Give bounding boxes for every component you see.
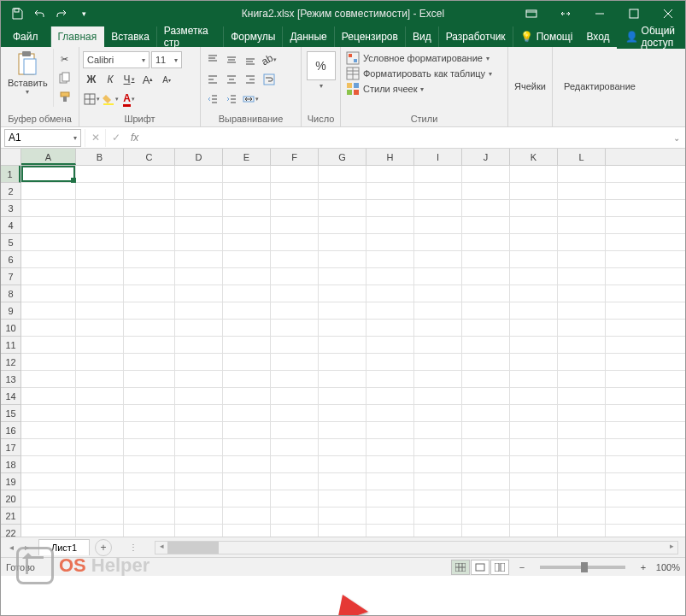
cell[interactable] (558, 337, 606, 354)
cell[interactable] (76, 439, 124, 456)
cell[interactable] (510, 525, 558, 537)
align-center-icon[interactable] (223, 71, 240, 88)
cell[interactable] (510, 388, 558, 405)
cell[interactable] (21, 337, 76, 354)
cell[interactable] (510, 200, 558, 217)
cell[interactable] (223, 234, 271, 251)
borders-icon[interactable] (83, 91, 100, 108)
cell[interactable] (414, 183, 462, 200)
cell[interactable] (319, 439, 366, 456)
cell[interactable] (223, 490, 271, 507)
cell[interactable] (414, 439, 462, 456)
column-header[interactable]: A (21, 149, 76, 165)
cell[interactable] (21, 507, 76, 525)
row-header[interactable]: 16 (1, 422, 21, 439)
cell[interactable] (558, 251, 606, 268)
cell[interactable] (510, 285, 558, 302)
cell[interactable] (76, 507, 124, 525)
cell[interactable] (558, 525, 606, 537)
column-header[interactable]: B (76, 149, 124, 165)
cell[interactable] (271, 302, 319, 320)
row-header[interactable]: 12 (1, 354, 21, 371)
cell[interactable] (414, 337, 462, 354)
cell[interactable] (462, 337, 510, 354)
column-header[interactable]: J (462, 149, 510, 165)
cell[interactable] (76, 473, 124, 490)
cell[interactable] (558, 371, 606, 388)
cell[interactable] (319, 268, 366, 285)
tab-file[interactable]: Файл (1, 26, 51, 47)
cell[interactable] (271, 439, 319, 456)
row-header[interactable]: 2 (1, 183, 21, 200)
cell[interactable] (223, 422, 271, 439)
cell[interactable] (21, 525, 76, 537)
cell[interactable] (124, 388, 175, 405)
cell[interactable] (462, 285, 510, 302)
row-header[interactable]: 4 (1, 217, 21, 234)
cell[interactable] (319, 337, 366, 354)
expand-formula-bar-icon[interactable]: ⌄ (668, 133, 685, 143)
scroll-right-icon[interactable]: ▸ (665, 542, 677, 554)
cell[interactable] (319, 166, 366, 183)
cell[interactable] (76, 285, 124, 302)
conditional-formatting-button[interactable]: Условное форматирование▾ (346, 51, 490, 65)
cell[interactable] (462, 320, 510, 337)
cell[interactable] (175, 234, 223, 251)
cell[interactable] (319, 217, 366, 234)
font-name-combo[interactable]: Calibri▾ (83, 51, 150, 68)
cell[interactable] (175, 490, 223, 507)
cells-button[interactable]: Ячейки (514, 81, 546, 91)
cell[interactable] (271, 251, 319, 268)
cell[interactable] (21, 217, 76, 234)
signin-button[interactable]: Вход (579, 31, 616, 43)
row-header[interactable]: 15 (1, 405, 21, 422)
cell[interactable] (124, 507, 175, 525)
cell[interactable] (558, 234, 606, 251)
cell[interactable] (76, 388, 124, 405)
cell[interactable] (366, 354, 414, 371)
cell[interactable] (76, 302, 124, 320)
paste-button[interactable]: Вставить ▾ (4, 49, 51, 97)
cell[interactable] (271, 371, 319, 388)
cell[interactable] (510, 354, 558, 371)
cell[interactable] (510, 473, 558, 490)
cell[interactable] (366, 200, 414, 217)
cell[interactable] (319, 285, 366, 302)
cell[interactable] (558, 183, 606, 200)
cell[interactable] (21, 490, 76, 507)
cell[interactable] (558, 217, 606, 234)
cell[interactable] (558, 268, 606, 285)
cell[interactable] (366, 371, 414, 388)
cell[interactable] (366, 251, 414, 268)
cell[interactable] (223, 525, 271, 537)
cell[interactable] (76, 251, 124, 268)
maximize-button[interactable] (617, 1, 651, 26)
cell[interactable] (271, 422, 319, 439)
cell[interactable] (223, 371, 271, 388)
tab-data[interactable]: Данные (283, 26, 334, 47)
cell[interactable] (366, 525, 414, 537)
cell[interactable] (558, 320, 606, 337)
cell[interactable] (319, 405, 366, 422)
cell[interactable] (175, 251, 223, 268)
zoom-slider[interactable] (540, 566, 625, 569)
cell[interactable] (21, 285, 76, 302)
cell[interactable] (366, 422, 414, 439)
zoom-out-button[interactable]: − (516, 562, 528, 572)
cell[interactable] (366, 490, 414, 507)
column-header[interactable]: K (510, 149, 558, 165)
cell[interactable] (462, 388, 510, 405)
row-header[interactable]: 22 (1, 525, 21, 537)
cell[interactable] (21, 251, 76, 268)
cell[interactable] (223, 456, 271, 473)
cell-styles-button[interactable]: Стили ячеек▾ (346, 82, 424, 96)
row-header[interactable]: 5 (1, 234, 21, 251)
cell[interactable] (414, 268, 462, 285)
cell[interactable] (319, 320, 366, 337)
cell[interactable] (414, 473, 462, 490)
cell[interactable] (414, 234, 462, 251)
cell[interactable] (558, 285, 606, 302)
cell[interactable] (124, 371, 175, 388)
cell[interactable] (319, 302, 366, 320)
cell[interactable] (271, 268, 319, 285)
